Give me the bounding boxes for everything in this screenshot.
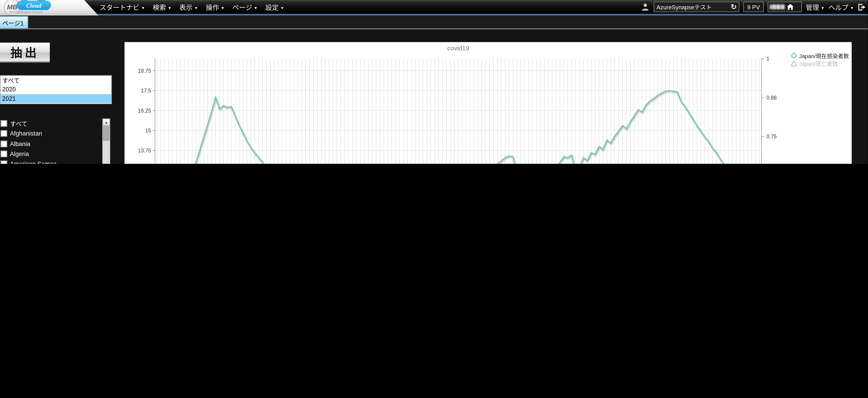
country-label: American Samoa xyxy=(10,161,57,164)
year-filter-list: すべて20202021 xyxy=(0,75,112,104)
topbar-accent-strip xyxy=(0,14,868,16)
circle-marker-icon xyxy=(791,52,797,59)
country-list-item[interactable]: American Samoa xyxy=(0,159,102,164)
covid-line-chart: 01.252.53.7556.257.58.751011.2512.513.75… xyxy=(125,42,852,164)
country-checkbox[interactable] xyxy=(0,141,7,147)
country-filter-list: すべてAfghanistanAlbaniaAlgeriaAmerican Sam… xyxy=(0,119,102,164)
menu-item-5[interactable]: 設定 xyxy=(265,2,284,11)
cloud-logo-icon: Cloud xyxy=(17,0,51,10)
right-tick-label: 1 xyxy=(767,56,769,62)
page-tab-bar: ページ1 xyxy=(0,16,868,28)
country-list-item[interactable]: Algeria xyxy=(0,149,102,159)
tabbar-divider xyxy=(0,28,868,29)
country-label: Albania xyxy=(10,141,30,147)
left-tick-label: 18.75 xyxy=(138,68,151,74)
country-checkbox[interactable] xyxy=(0,161,7,164)
board-name-box[interactable]: AzureSynapseテスト xyxy=(654,2,740,12)
country-list-item[interactable]: Albania xyxy=(0,139,102,149)
home-icon[interactable] xyxy=(787,4,794,10)
country-list-item[interactable]: Afghanistan xyxy=(0,128,102,139)
logout-icon[interactable] xyxy=(858,3,866,11)
menu-item-0[interactable]: スタートナビ xyxy=(99,2,145,11)
menu-item-1[interactable]: 検索 xyxy=(153,2,172,11)
tab-page1[interactable]: ページ1 xyxy=(0,16,28,29)
menu-item-4[interactable]: ページ xyxy=(232,2,257,11)
scrollbar-thumb[interactable] xyxy=(103,126,110,141)
chart-legend: Japan/現在感染者数Japan/死亡者数 xyxy=(791,52,849,67)
menu-item-3[interactable]: 操作 xyxy=(206,2,224,11)
country-checkbox[interactable] xyxy=(0,120,7,127)
logo-subtitle: MotionBoard Cloud xyxy=(9,10,42,14)
scroll-up-icon[interactable] xyxy=(102,119,110,126)
country-label: Algeria xyxy=(10,151,29,157)
motionboard-logo[interactable]: MB Cloud MotionBoard Cloud xyxy=(0,0,98,16)
year-option[interactable]: 2021 xyxy=(0,94,111,103)
triangle-marker-icon xyxy=(791,60,797,66)
masked-user-button[interactable] xyxy=(768,2,802,12)
motionboard-app: MB Cloud MotionBoard Cloud スタートナビ検索表示操作ペ… xyxy=(0,0,868,164)
user-icon[interactable] xyxy=(641,3,650,11)
menu-item-2[interactable]: 表示 xyxy=(179,2,198,11)
help-menu[interactable]: ヘルプ xyxy=(828,2,854,11)
right-tick-label: 0.75 xyxy=(767,133,777,140)
country-list-item[interactable]: すべて xyxy=(0,119,102,128)
year-option[interactable]: 2020 xyxy=(0,85,111,94)
legend-item[interactable]: Japan/死亡者数 xyxy=(791,59,849,67)
country-label: すべて xyxy=(10,119,28,128)
left-tick-label: 17.5 xyxy=(141,88,151,94)
refresh-icon[interactable] xyxy=(731,3,737,11)
country-checkbox[interactable] xyxy=(0,151,7,157)
board-name-text: AzureSynapseテスト xyxy=(656,3,731,11)
admin-menu[interactable]: 管理 xyxy=(806,2,825,11)
country-list-scrollbar[interactable] xyxy=(102,119,110,164)
country-checkbox[interactable] xyxy=(0,130,7,137)
left-tick-label: 13.75 xyxy=(138,148,151,154)
masked-text xyxy=(770,4,785,9)
year-option[interactable]: すべて xyxy=(0,76,111,85)
chart-panel: covid19 01.252.53.7556.257.58.751011.251… xyxy=(125,42,852,164)
main-menu-bar: スタートナビ検索表示操作ページ設定 xyxy=(99,0,284,14)
country-label: Afghanistan xyxy=(10,130,42,137)
right-tick-label: 0.88 xyxy=(767,95,777,101)
pv-count-button[interactable]: 9 PV xyxy=(743,2,764,12)
topbar-right-cluster: AzureSynapseテスト 9 PV 管理 ヘルプ xyxy=(641,0,866,14)
legend-item[interactable]: Japan/現在感染者数 xyxy=(791,52,849,59)
left-tick-label: 16.25 xyxy=(138,108,151,114)
cloud-logo-label: Cloud xyxy=(26,2,41,9)
legend-label: Japan/死亡者数 xyxy=(799,59,838,67)
left-tick-label: 15 xyxy=(145,128,151,133)
extract-panel-title: 抽出 xyxy=(0,42,50,62)
legend-label: Japan/現在感染者数 xyxy=(799,51,849,59)
